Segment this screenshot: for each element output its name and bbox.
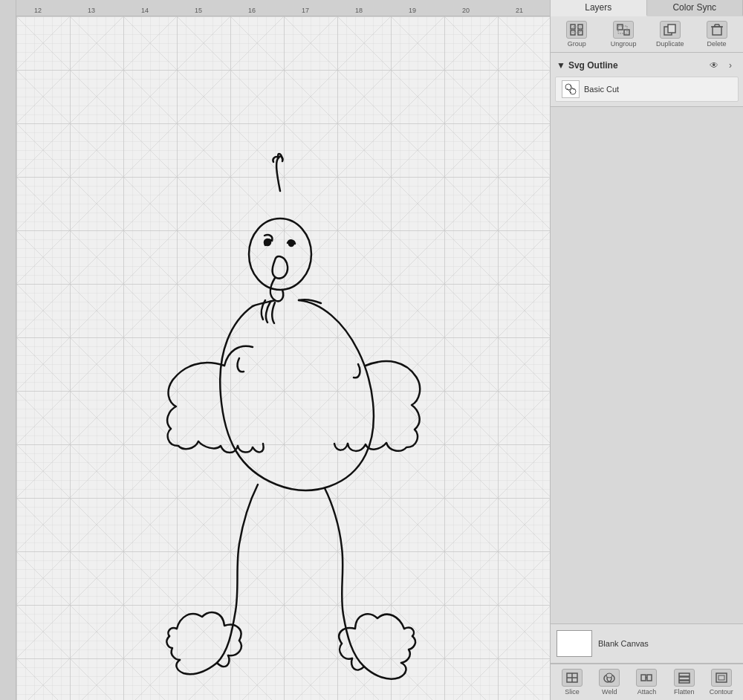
canvas-area: 12 13 14 15 16 17 18 19 20 21: [0, 0, 550, 700]
weld-icon: [599, 669, 620, 687]
layer-thumbnail: [562, 80, 580, 98]
ruler-mark: 13: [88, 7, 95, 14]
duplicate-button[interactable]: Duplicate: [650, 21, 690, 48]
ruler-mark: 15: [195, 7, 202, 14]
ruler-mark: 12: [34, 7, 42, 14]
layer-header-icons: 👁 ›: [707, 59, 737, 72]
ruler-mark: 17: [302, 7, 309, 14]
svg-rect-37: [679, 673, 690, 676]
svg-rect-35: [647, 675, 652, 681]
svg-rect-38: [679, 677, 690, 680]
eye-icon[interactable]: 👁: [707, 59, 721, 72]
canvas-selector[interactable]: Blank Canvas: [551, 623, 743, 664]
attach-icon: [636, 669, 657, 687]
svg-rect-13: [573, 27, 580, 33]
group-button[interactable]: Group: [557, 21, 597, 48]
svg-point-8: [289, 242, 293, 246]
svg-rect-40: [716, 673, 727, 682]
svg-point-25: [570, 88, 576, 94]
delete-button[interactable]: Delete: [697, 21, 737, 48]
ruler-mark: 20: [462, 7, 470, 14]
ruler-left: [0, 0, 16, 700]
layer-title[interactable]: ▼ Svg Outline: [557, 60, 618, 71]
svg-rect-39: [679, 681, 690, 683]
slice-icon: [562, 669, 583, 687]
group-icon: [566, 21, 587, 39]
weld-button[interactable]: Weld: [593, 669, 626, 696]
ruler-mark: 19: [409, 7, 416, 14]
ungroup-icon: [613, 21, 634, 39]
panel-toolbar: Group Ungroup Duplicate: [551, 16, 743, 53]
slice-button[interactable]: Slice: [556, 669, 588, 696]
tabs: Layers Color Sync: [551, 0, 743, 16]
ruler-mark: 16: [248, 7, 256, 14]
ungroup-button[interactable]: Ungroup: [603, 21, 643, 48]
bottom-toolbar: Slice Weld Attach: [551, 664, 743, 700]
more-icon[interactable]: ›: [724, 59, 737, 72]
svg-rect-34: [641, 675, 646, 681]
flatten-icon: [674, 669, 695, 687]
svg-point-33: [606, 673, 612, 678]
attach-button[interactable]: Attach: [630, 669, 663, 696]
panel-spacer: [551, 107, 743, 623]
layer-item-basic-cut[interactable]: Basic Cut: [555, 77, 739, 102]
canvas-grid[interactable]: [16, 16, 550, 700]
svg-point-24: [565, 84, 571, 90]
svg-rect-19: [713, 27, 721, 35]
svg-rect-5: [16, 16, 550, 700]
ruler-mark: 14: [141, 7, 149, 14]
contour-icon: [711, 669, 732, 687]
ruler-top: 12 13 14 15 16 17 18 19 20 21: [16, 0, 550, 16]
layer-section: ▼ Svg Outline 👁 › Basic Cut: [551, 53, 743, 107]
chevron-down-icon: ▼: [557, 60, 565, 71]
svg-rect-41: [718, 675, 724, 680]
tab-color-sync[interactable]: Color Sync: [647, 0, 744, 16]
duplicate-icon: [660, 21, 681, 39]
layer-header: ▼ Svg Outline 👁 ›: [555, 56, 739, 75]
svg-point-7: [265, 239, 270, 245]
right-panel: Layers Color Sync Group: [550, 0, 743, 700]
tab-layers[interactable]: Layers: [551, 0, 647, 16]
contour-button[interactable]: Contour: [705, 669, 738, 696]
ruler-mark: 18: [355, 7, 363, 14]
flatten-button[interactable]: Flatten: [668, 669, 701, 696]
delete-icon: [707, 21, 727, 39]
ruler-mark: 21: [516, 7, 523, 14]
canvas-thumbnail: [557, 630, 592, 657]
svg-rect-18: [668, 25, 675, 33]
